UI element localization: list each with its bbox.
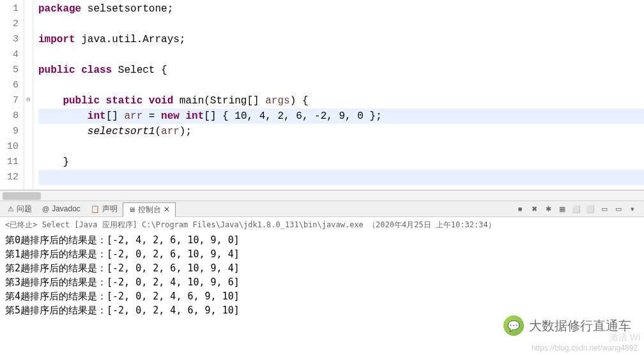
code-line[interactable] (38, 139, 644, 155)
watermark-url: https://blog.csdn.net/wang4892 (532, 344, 638, 352)
tab-label: 声明 (102, 204, 118, 215)
clear-icon[interactable]: ⬜ (585, 204, 595, 214)
fold-marker (24, 107, 33, 123)
scroll-lock-icon[interactable]: ⬜ (571, 204, 581, 214)
console-toolbar: ■✖✱▦⬜⬜▭▭▾ (515, 204, 641, 214)
code-line[interactable] (38, 170, 644, 185)
tab-label: 问题 (17, 204, 32, 215)
tab-控制台[interactable]: 🖥控制台 ✕ (123, 202, 176, 217)
wechat-icon: 💬 (503, 315, 524, 336)
bottom-panel-tabs: ⚠问题@Javadoc📋声明🖥控制台 ✕ ■✖✱▦⬜⬜▭▭▾ (0, 200, 644, 217)
fold-marker (24, 61, 33, 77)
line-number: 3 (3, 32, 19, 47)
open-console-icon[interactable]: ▭ (599, 204, 610, 214)
tab-label: Javadoc (52, 204, 80, 213)
code-line[interactable]: import java.util.Arrays; (38, 32, 644, 47)
tab-声明[interactable]: 📋声明 (86, 202, 123, 216)
line-number: 6 (3, 78, 19, 93)
code-editor[interactable]: 123456789101112 ⊖ package selsetsortone;… (0, 0, 644, 190)
code-line[interactable]: public static void main(String[] args) { (38, 93, 644, 109)
display-icon[interactable]: ▦ (557, 204, 567, 214)
line-number: 8 (3, 109, 19, 124)
code-line[interactable] (38, 78, 644, 93)
pin-icon[interactable]: ✱ (543, 204, 553, 214)
code-line[interactable]: int[] arr = new int[] { 10, 4, 2, 6, -2,… (38, 109, 644, 124)
remove-all-icon[interactable]: ✖ (529, 204, 539, 214)
fold-marker (24, 169, 33, 184)
line-number: 9 (3, 124, 19, 139)
tab-Javadoc[interactable]: @Javadoc (37, 202, 86, 216)
console-panel: <已终止> Select [Java 应用程序] C:\Program File… (0, 217, 644, 320)
line-number: 10 (3, 139, 19, 155)
line-number: 11 (3, 155, 19, 170)
console-output-line: 第1趟排序后的结果是：[-2, 0, 2, 6, 10, 9, 4] (5, 247, 639, 261)
fold-gutter: ⊖ (24, 0, 33, 190)
console-output-line: 第0趟排序后的结果是：[-2, 4, 2, 6, 10, 9, 0] (5, 233, 639, 247)
line-number: 1 (3, 1, 19, 17)
tab-icon: ⚠ (8, 205, 14, 213)
windows-activate-hint: 激活 Wi (610, 332, 640, 344)
tab-icon: 📋 (91, 205, 100, 213)
fold-marker (24, 31, 33, 46)
console-output-line: 第3趟排序后的结果是：[-2, 0, 2, 4, 10, 9, 6] (5, 275, 639, 289)
code-line[interactable] (38, 17, 644, 32)
console-process-title: <已终止> Select [Java 应用程序] C:\Program File… (5, 220, 639, 233)
fold-marker (24, 77, 33, 92)
fold-marker (24, 123, 33, 138)
line-number: 12 (3, 170, 19, 185)
tab-icon: @ (42, 205, 49, 213)
line-number: 5 (3, 63, 19, 78)
menu-icon[interactable]: ▾ (627, 204, 638, 214)
code-line[interactable]: selectsort1(arr); (38, 124, 644, 139)
console-output-line: 第4趟排序后的结果是：[-2, 0, 2, 4, 6, 9, 10] (5, 289, 639, 303)
tab-问题[interactable]: ⚠问题 (3, 202, 37, 216)
code-line[interactable]: public class Select { (38, 63, 644, 78)
fold-marker (24, 15, 33, 31)
line-number: 7 (3, 93, 19, 109)
fold-marker (24, 138, 33, 153)
fold-marker (24, 153, 33, 169)
tab-label: 控制台 (138, 204, 161, 215)
console-output-line: 第2趟排序后的结果是：[-2, 0, 2, 6, 10, 9, 4] (5, 261, 639, 275)
scrollbar-thumb[interactable] (3, 192, 41, 200)
line-number: 4 (3, 47, 19, 63)
tab-icon: 🖥 (128, 206, 135, 213)
min-icon[interactable]: ▭ (613, 204, 624, 214)
code-line[interactable] (38, 47, 644, 63)
code-line[interactable]: package selsetsortone; (38, 1, 644, 17)
fold-marker (24, 46, 33, 61)
line-number: 2 (3, 17, 19, 32)
fold-marker[interactable]: ⊖ (24, 92, 33, 107)
line-number-gutter: 123456789101112 (0, 0, 24, 190)
remove-launch-icon[interactable]: ■ (515, 204, 525, 214)
code-content[interactable]: package selsetsortone;import java.util.A… (33, 0, 644, 190)
fold-marker (24, 0, 33, 15)
code-line[interactable]: } (38, 155, 644, 170)
horizontal-scrollbar[interactable] (0, 190, 644, 200)
close-icon[interactable]: ✕ (164, 205, 170, 214)
